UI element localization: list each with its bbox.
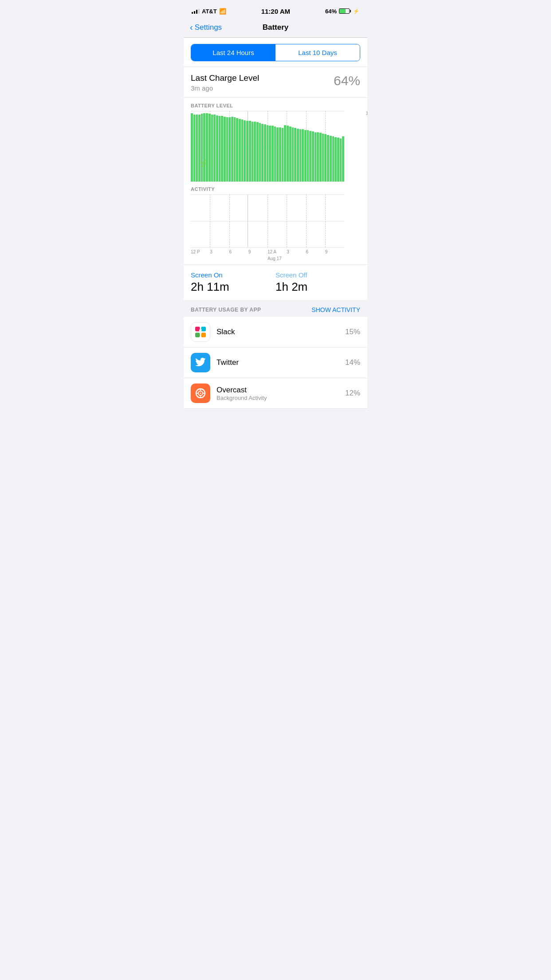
charge-label: Last Charge Level — [191, 73, 259, 83]
status-bar: AT&T 📶 11:20 AM 64% ⚡ — [184, 0, 367, 20]
b-bar — [294, 128, 296, 182]
segment-control: Last 24 Hours Last 10 Days — [191, 44, 360, 61]
battery-y-labels: 100% 50% 0% — [366, 111, 367, 182]
battery-usage-label: BATTERY USAGE BY APP — [191, 307, 261, 313]
signal-bar-3 — [196, 10, 197, 14]
b-bar — [302, 129, 304, 182]
back-chevron-icon: ‹ — [190, 22, 193, 32]
charge-percent: 64% — [334, 73, 360, 88]
b-bar — [282, 128, 284, 182]
b-bar — [292, 127, 294, 182]
b-bar — [335, 137, 337, 182]
b-bar — [239, 119, 241, 182]
overcast-sub: Background Activity — [216, 395, 345, 401]
slack-percent: 15% — [345, 328, 360, 336]
carrier-label: AT&T — [202, 8, 217, 15]
segment-container: Last 24 Hours Last 10 Days — [184, 38, 367, 67]
b-bar — [319, 133, 322, 182]
b-bar — [267, 125, 269, 182]
b-bar — [324, 134, 327, 182]
svg-point-7 — [200, 393, 201, 394]
b-bar — [252, 122, 254, 182]
b-bar — [322, 134, 324, 182]
b-bar — [191, 113, 193, 182]
screen-on-label: Screen On — [191, 271, 276, 279]
b-bar — [287, 126, 289, 182]
last-charge-section: Last Charge Level 3m ago 64% — [184, 67, 367, 97]
b-bar — [256, 122, 259, 182]
app-row-slack: S Slack 15% — [184, 317, 367, 348]
battery-body — [339, 8, 350, 14]
b-bar — [209, 114, 211, 182]
twitter-app-icon — [191, 353, 210, 372]
b-bar — [342, 136, 344, 182]
charging-bolt-icon: ⚡ — [353, 8, 359, 14]
page-title: Battery — [263, 23, 289, 32]
battery-fill — [339, 9, 346, 13]
time-label-6b: 6 — [306, 249, 325, 254]
screen-off-value: 1h 2m — [276, 280, 360, 294]
b-bar — [307, 130, 309, 182]
signal-bar-4 — [198, 9, 200, 14]
signal-bar-2 — [194, 11, 195, 14]
battery-chart-bars — [191, 111, 344, 182]
b-bar — [246, 121, 248, 182]
b-bar — [337, 138, 339, 182]
b-bar — [203, 113, 205, 182]
activity-chart-container: 60m 30m 0m — [191, 194, 360, 248]
b-bar — [327, 135, 329, 182]
b-bar — [272, 126, 274, 182]
time-label-6: 6 — [229, 249, 248, 254]
battery-tip — [350, 10, 351, 12]
slack-app-icon: S — [191, 322, 210, 342]
overcast-name-wrap: Overcast Background Activity — [216, 386, 345, 401]
b-bar — [219, 116, 221, 182]
b-bar — [276, 127, 279, 182]
show-activity-button[interactable]: SHOW ACTIVITY — [311, 306, 360, 313]
back-label: Settings — [195, 23, 222, 32]
b-bar — [332, 136, 335, 182]
charge-ago: 3m ago — [191, 84, 259, 92]
b-bar — [224, 117, 226, 182]
b-bar — [206, 113, 208, 182]
b-bar — [315, 132, 317, 182]
slack-name-wrap: Slack — [216, 328, 345, 336]
twitter-name-wrap: Twitter — [216, 358, 345, 367]
b-bar — [274, 126, 276, 182]
charts-section: BATTERY LEVEL ⚡ — [184, 97, 367, 265]
nav-bar: ‹ Settings Battery — [184, 20, 367, 38]
segment-last-24h[interactable]: Last 24 Hours — [191, 44, 276, 61]
b-bar — [228, 117, 231, 182]
twitter-percent: 14% — [345, 358, 360, 367]
b-bar — [234, 117, 236, 182]
status-right: 64% ⚡ — [325, 8, 359, 15]
time-label-3: 3 — [210, 249, 229, 254]
y-label-50: 50% — [366, 144, 367, 149]
activity-chart-wrap: ACTIVITY — [191, 186, 360, 265]
screen-stats: Screen On 2h 11m Screen Off 1h 2m — [184, 265, 367, 300]
b-bar — [254, 122, 256, 182]
b-bar — [304, 130, 307, 182]
battery-chart: ⚡ — [191, 111, 344, 182]
segment-last-10d[interactable]: Last 10 Days — [276, 44, 360, 61]
screen-off-stat: Screen Off 1h 2m — [276, 271, 360, 294]
overcast-app-icon — [191, 383, 210, 403]
overcast-percent: 12% — [345, 389, 360, 398]
b-bar — [312, 131, 314, 182]
b-bar — [264, 124, 266, 182]
wifi-icon: 📶 — [219, 8, 226, 15]
charge-info: Last Charge Level 3m ago — [191, 73, 259, 92]
b-bar — [226, 117, 228, 182]
date-label: Aug 17 — [268, 256, 282, 261]
time-label-12a: 12 A — [268, 249, 287, 254]
signal-bars — [192, 8, 200, 14]
time-label-9: 9 — [248, 249, 268, 254]
date-label-row: Aug 17 — [191, 256, 344, 265]
back-button[interactable]: ‹ Settings — [190, 23, 222, 32]
b-bar — [284, 125, 286, 182]
status-left: AT&T 📶 — [192, 8, 226, 15]
svg-text:S: S — [199, 328, 202, 335]
battery-level-label: BATTERY LEVEL — [191, 103, 360, 108]
b-bar — [241, 119, 244, 182]
app-row-overcast: Overcast Background Activity 12% — [184, 378, 367, 409]
